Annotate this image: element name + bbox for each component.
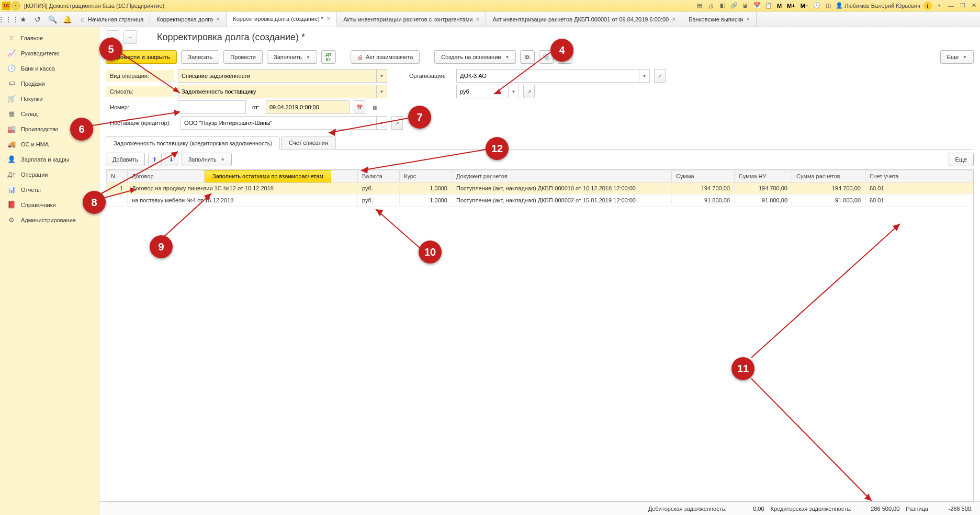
link-icon[interactable]: 🔗 (730, 2, 738, 10)
sidebar-item-purchases[interactable]: 🛒Покупки (0, 91, 99, 106)
table-more-button[interactable]: Еще (949, 153, 974, 166)
sidebar-item-sales[interactable]: 🏷Продажи (0, 76, 99, 91)
offset-act-button[interactable]: 🖨Акт взаимозачета (351, 50, 420, 64)
person-icon: 👤 (7, 155, 16, 163)
tab-writeoff-account[interactable]: Счет списания (281, 136, 336, 149)
close-window-button[interactable]: ✕ (970, 2, 978, 9)
info-dropdown[interactable]: ▾ (935, 2, 943, 10)
print-icon[interactable]: 🖨 (707, 2, 715, 10)
sidebar-item-reports[interactable]: 📊Отчеты (0, 182, 99, 197)
btn-label: Акт взаимозачета (366, 54, 413, 60)
info-icon[interactable]: i (923, 2, 932, 10)
close-icon[interactable]: × (476, 16, 479, 23)
clock-icon[interactable]: 🕓 (813, 2, 821, 10)
organization-select[interactable]: ДОК-3 АО▼ (456, 69, 650, 83)
memory-mplus[interactable]: M+ (786, 3, 796, 9)
col-sum-calc[interactable]: Сумма расчетов (792, 170, 865, 182)
currency-open-button[interactable]: ↗ (523, 85, 535, 98)
chevron-down-icon[interactable]: ▼ (508, 85, 519, 98)
col-currency[interactable]: Валюта (358, 170, 400, 182)
calendar-icon[interactable]: 📅 (753, 2, 761, 10)
number-input[interactable] (178, 100, 246, 114)
supplier-label: Поставщик (кредитор): (106, 117, 176, 129)
close-icon[interactable]: × (746, 16, 750, 23)
tab-debt-adjust-new[interactable]: Корректировка долга (создание) *× (227, 12, 337, 27)
tag-icon: 🏷 (7, 79, 16, 87)
table-fill-button[interactable]: Заполнить▼ (182, 153, 232, 166)
sidebar-item-operations[interactable]: ДтОперации (0, 167, 99, 182)
nav-forward-button[interactable]: → (123, 30, 137, 44)
tab-home[interactable]: ⌂Начальная страница (75, 12, 150, 27)
cell-sum: 91 800,00 (672, 194, 735, 207)
col-sum[interactable]: Сумма (672, 170, 735, 182)
close-icon[interactable]: × (672, 16, 675, 23)
calendar-button[interactable]: 📅 (354, 100, 365, 114)
panel-icon[interactable]: ◫ (824, 2, 832, 10)
table-row[interactable]: 1 Договор на продажу лицензии 1С №12 от … (107, 182, 973, 194)
callout-5: 5 (99, 38, 122, 61)
related-button[interactable]: ⧉ (520, 50, 535, 64)
sidebar-item-main[interactable]: ≡Главное (0, 30, 99, 45)
col-rate[interactable]: Курс (400, 170, 452, 182)
app-menu-dropdown[interactable]: ▾ (12, 2, 20, 10)
chevron-down-icon[interactable]: ▼ (639, 70, 649, 82)
search-icon[interactable]: 🔍 (46, 13, 59, 26)
dtk-button[interactable]: ДтКт (321, 50, 336, 64)
favorite-icon[interactable]: ★ (17, 13, 29, 26)
fill-button[interactable]: Заполнить▼ (267, 50, 317, 64)
maximize-button[interactable]: ☐ (959, 2, 967, 9)
add-row-button[interactable]: Добавить (106, 153, 145, 166)
move-down-button[interactable]: ⬇ (165, 153, 178, 166)
tab-inventory-act-doc[interactable]: Акт инвентаризации расчетов ДКБП-000001 … (486, 12, 682, 27)
supplier-select[interactable]: ООО "Пауэр Интернэшнл-Шины"▼ (181, 116, 387, 130)
clipboard-icon[interactable]: 📋 (764, 2, 773, 10)
col-account[interactable]: Счет учета (865, 170, 973, 182)
organization-open-button[interactable]: ↗ (654, 69, 666, 83)
col-n[interactable]: N (107, 170, 128, 182)
sidebar-item-salary[interactable]: 👤Зарплата и кадры (0, 152, 99, 167)
tab-bank-statements[interactable]: Банковские выписки× (682, 12, 757, 27)
notifications-icon[interactable]: 🔔 (61, 13, 73, 26)
col-doc[interactable]: Документ расчетов (452, 170, 672, 182)
tab-label: Корректировка долга (156, 16, 213, 22)
post-button[interactable]: Провести (223, 50, 263, 64)
tab-inventory-acts[interactable]: Акты инвентаризации расчетов с контраген… (337, 12, 486, 27)
date-list-button[interactable]: ▦ (369, 100, 381, 114)
apps-icon[interactable]: ⋮⋮⋮ (2, 13, 15, 26)
operation-type-label: Вид операции: (106, 70, 174, 82)
chevron-down-icon[interactable]: ▼ (376, 117, 387, 129)
chevron-down-icon[interactable]: ▼ (376, 70, 387, 82)
memory-mminus[interactable]: M− (799, 3, 810, 9)
more-button[interactable]: Еще▼ (940, 50, 974, 64)
minimize-button[interactable]: — (947, 3, 955, 9)
col-sum-nu[interactable]: Сумма НУ (735, 170, 792, 182)
grid-wrapper: N Договор Валюта Курс Документ расчетов … (106, 169, 974, 501)
currency-select[interactable]: руб.▼ (456, 85, 519, 98)
sidebar-item-label: Банк и касса (21, 65, 55, 72)
truck-icon: 🚚 (7, 140, 16, 148)
move-up-button[interactable]: ⬆ (148, 153, 162, 166)
save-button[interactable]: Записать (181, 50, 219, 64)
history-icon[interactable]: ↺ (31, 13, 44, 26)
chevron-down-icon[interactable]: ▼ (376, 85, 387, 98)
close-icon[interactable]: × (216, 16, 220, 23)
sidebar-item-manager[interactable]: 📈Руководителю (0, 45, 99, 61)
operation-type-select[interactable]: Списание задолженности▼ (178, 69, 387, 83)
supplier-open-button[interactable]: ↗ (391, 116, 403, 130)
close-icon[interactable]: × (326, 15, 330, 22)
date-input[interactable]: 09.04.2019 0:00:00 (266, 100, 350, 114)
toolbar-icon-1[interactable]: ▤ (695, 2, 704, 10)
tab-debt-adjust[interactable]: Корректировка долга× (150, 12, 227, 27)
writeoff-select[interactable]: Задолженность поставщику▼ (178, 85, 387, 98)
compare-icon[interactable]: ◧ (718, 2, 727, 10)
menu-icon: ≡ (7, 34, 16, 42)
table-row[interactable]: на поставку мебели №4 от 15.12.2018 руб.… (107, 194, 973, 207)
tab-debt-supplier[interactable]: Задолженность поставщику (кредиторская з… (106, 136, 280, 150)
current-user[interactable]: 👤Любимов Валерий Юрьевич (836, 2, 920, 9)
create-based-button[interactable]: Создать на основании▼ (434, 50, 516, 64)
sidebar-item-admin[interactable]: ⚙Администрирование (0, 212, 99, 227)
memory-m[interactable]: M (776, 3, 783, 9)
fill-balances-menu-item[interactable]: Заполнить остатками по взаиморасчетам (205, 170, 331, 182)
calc-icon[interactable]: 🖩 (741, 2, 750, 10)
sidebar-item-bank[interactable]: 🕓Банк и касса (0, 61, 99, 76)
